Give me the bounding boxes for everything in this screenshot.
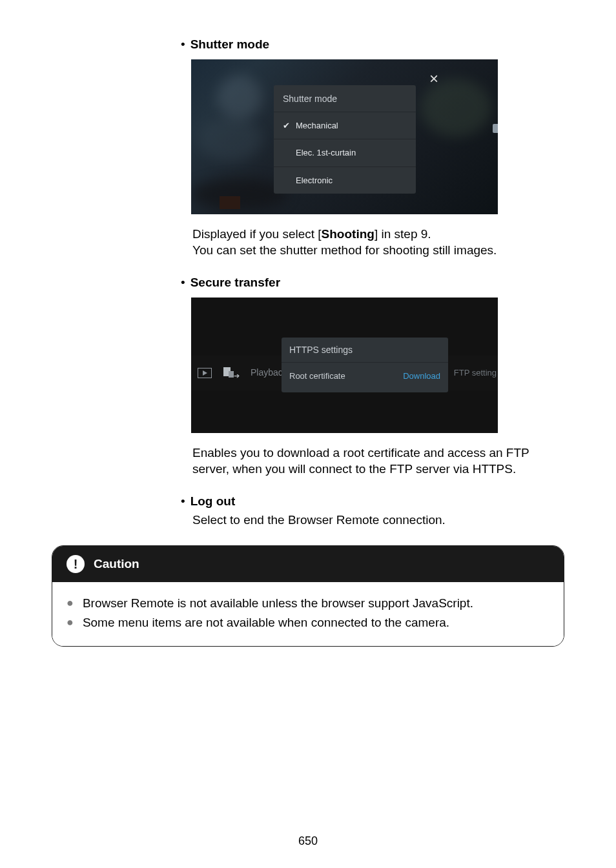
caution-item: ● Some menu items are not available when… bbox=[67, 614, 549, 631]
https-settings-panel: HTTPS settings Root certificate Download bbox=[282, 338, 448, 392]
bullet-dot: • bbox=[181, 493, 185, 510]
secure-desc-line1: Enables you to download a root certifica… bbox=[192, 445, 581, 461]
option-label: Electronic bbox=[296, 176, 333, 185]
caution-item: ● Browser Remote is not available unless… bbox=[67, 595, 549, 612]
secure-desc-line2: server, when you will connect to the FTP… bbox=[192, 461, 581, 478]
bullet-icon: ● bbox=[67, 614, 74, 628]
playback-icon[interactable] bbox=[198, 368, 212, 378]
download-link[interactable]: Download bbox=[403, 370, 440, 382]
bullet-dot: • bbox=[181, 36, 185, 53]
option-mechanical[interactable]: ✔ Mechanical bbox=[274, 112, 416, 139]
heading-shutter-mode: Shutter mode bbox=[190, 36, 269, 53]
root-certificate-label: Root certificate bbox=[289, 370, 345, 382]
option-elec-1st-curtain[interactable]: Elec. 1st-curtain bbox=[274, 139, 416, 167]
heading-log-out: Log out bbox=[190, 493, 236, 510]
option-label: Elec. 1st-curtain bbox=[296, 148, 356, 157]
logout-desc: Select to end the Browser Remote connect… bbox=[192, 512, 581, 529]
shutter-desc-line1: Displayed if you select [Shooting] in st… bbox=[192, 226, 581, 243]
screenshot-shutter-mode: × Shutter mode ✔ Mechanical Elec. 1st-cu… bbox=[191, 59, 498, 214]
svg-marker-0 bbox=[203, 370, 207, 376]
page-number: 650 bbox=[0, 833, 616, 849]
option-electronic[interactable]: Electronic bbox=[274, 167, 416, 194]
heading-secure-transfer: Secure transfer bbox=[190, 274, 280, 291]
screenshot-https-settings: Playback FTP setting ➔ .https-row { } .h… bbox=[191, 298, 498, 433]
caution-text: Some menu items are not available when c… bbox=[83, 614, 449, 631]
caution-header: ! Caution bbox=[52, 546, 564, 582]
caution-icon: ! bbox=[67, 555, 85, 573]
bullet-icon: ● bbox=[67, 595, 74, 609]
caution-text: Browser Remote is not available unless t… bbox=[83, 595, 473, 612]
ftp-setting-label: FTP setting bbox=[454, 367, 497, 379]
close-icon[interactable]: × bbox=[429, 68, 438, 89]
option-label: Mechanical bbox=[296, 121, 338, 130]
check-icon: ✔ bbox=[283, 120, 290, 132]
https-panel-title: HTTPS settings bbox=[282, 338, 448, 363]
caution-box: ! Caution ● Browser Remote is not availa… bbox=[52, 545, 564, 647]
panel-title-shutter: Shutter mode bbox=[274, 85, 416, 112]
shutter-desc-line2: You can set the shutter method for shoot… bbox=[192, 242, 581, 259]
ftp-setting-icon[interactable]: ➔ bbox=[223, 366, 238, 380]
caution-title: Caution bbox=[94, 556, 139, 572]
bullet-dot: • bbox=[181, 274, 185, 291]
